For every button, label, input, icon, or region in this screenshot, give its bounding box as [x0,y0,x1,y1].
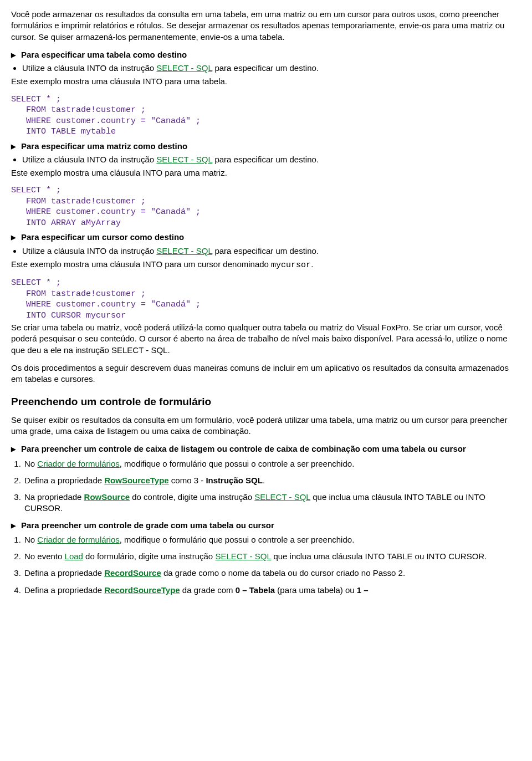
paragraph: Se criar uma tabela ou matriz, você pode… [11,322,521,356]
text: da grade como o nome da tabela ou do cur… [161,568,405,578]
step-item: Na propriedade RowSource do controle, di… [23,492,521,514]
text: Utilize a cláusula INTO da instrução [22,63,156,73]
text: No [24,535,37,544]
select-sql-link[interactable]: SELECT - SQL [156,63,212,73]
text: No evento [24,551,65,561]
step-item: Defina a propriedade RecordSourceType da… [23,585,521,596]
text: Defina a propriedade [24,585,104,595]
section-heading-cursor: Para especificar um cursor como destino [11,232,521,243]
step-item: No Criador de formulários, modifique o f… [23,534,521,545]
text: Defina a propriedade [24,476,104,485]
text: como 3 - [169,476,206,485]
section-heading-grid: Para preencher um controle de grade com … [11,520,521,531]
text: que inclua uma cláusula INTO TABLE ou IN… [271,551,487,561]
rowsource-link[interactable]: RowSource [84,492,130,502]
bullet-list: Utilize a cláusula INTO da instrução SEL… [11,246,521,257]
bullet-list: Utilize a cláusula INTO da instrução SEL… [11,63,521,74]
text: No [24,459,37,468]
select-sql-link[interactable]: SELECT - SQL [215,551,271,561]
example-text: Este exemplo mostra uma cláusula INTO pa… [11,259,521,271]
section-heading-fill-control: Preenchendo um controle de formulário [11,395,521,409]
load-event-link[interactable]: Load [65,551,83,561]
recordsource-link[interactable]: RecordSource [104,568,161,578]
text: Na propriedade [24,492,84,502]
form-designer-link[interactable]: Criador de formulários [37,535,119,544]
bullet-list: Utilize a cláusula INTO da instrução SEL… [11,154,521,165]
bold-text: 1 – [357,585,369,595]
paragraph: Os dois procedimentos a seguir descrevem… [11,362,521,385]
text: para especificar um destino. [212,246,319,256]
list-item: Utilize a cláusula INTO da instrução SEL… [22,246,521,257]
text: Defina a propriedade [24,568,104,578]
text: Utilize a cláusula INTO da instrução [22,155,156,164]
form-designer-link[interactable]: Criador de formulários [37,459,119,468]
recordsourcetype-link[interactable]: RecordSourceType [104,585,180,595]
text: , modifique o formulário que possui o co… [120,535,355,544]
text: Este exemplo mostra uma cláusula INTO pa… [11,259,271,269]
section-heading-table: Para especificar uma tabela como destino [11,49,521,60]
select-sql-link[interactable]: SELECT - SQL [156,155,212,164]
text: para especificar um destino. [212,63,319,73]
steps-list: No Criador de formulários, modifique o f… [11,458,521,514]
example-text: Este exemplo mostra uma cláusula INTO pa… [11,76,521,87]
step-item: Defina a propriedade RowSourceType como … [23,475,521,486]
step-item: No evento Load do formulário, digite uma… [23,551,521,562]
text: . [263,476,265,485]
text: da grade com [180,585,236,595]
intro-paragraph: Você pode armazenar os resultados da con… [11,9,521,43]
code-block: SELECT * ; FROM tastrade!customer ; WHER… [11,278,521,321]
inline-code: mycursor [271,261,311,270]
text: , modifique o formulário que possui o co… [120,459,355,468]
select-sql-link[interactable]: SELECT - SQL [156,246,212,256]
bold-text: Instrução SQL [206,476,263,485]
select-sql-link[interactable]: SELECT - SQL [254,492,310,502]
text: para especificar um destino. [212,155,319,164]
rowsourcetype-link[interactable]: RowSourceType [104,476,168,485]
bold-text: 0 – Tabela [236,585,275,595]
step-item: Defina a propriedade RecordSource da gra… [23,568,521,579]
steps-list: No Criador de formulários, modifique o f… [11,534,521,596]
text: Utilize a cláusula INTO da instrução [22,246,156,256]
text: do formulário, digite uma instrução [83,551,215,561]
list-item: Utilize a cláusula INTO da instrução SEL… [22,63,521,74]
paragraph: Se quiser exibir os resultados da consul… [11,415,521,437]
example-text: Este exemplo mostra uma cláusula INTO pa… [11,167,521,178]
step-item: No Criador de formulários, modifique o f… [23,458,521,469]
text: . [311,259,313,269]
section-heading-matrix: Para especificar uma matriz como destino [11,141,521,152]
section-heading-listbox: Para preencher um controle de caixa de l… [11,443,521,454]
code-block: SELECT * ; FROM tastrade!customer ; WHER… [11,185,521,228]
text: (para uma tabela) ou [275,585,357,595]
text: do controle, digite uma instrução [130,492,254,502]
list-item: Utilize a cláusula INTO da instrução SEL… [22,154,521,165]
code-block: SELECT * ; FROM tastrade!customer ; WHER… [11,94,521,137]
